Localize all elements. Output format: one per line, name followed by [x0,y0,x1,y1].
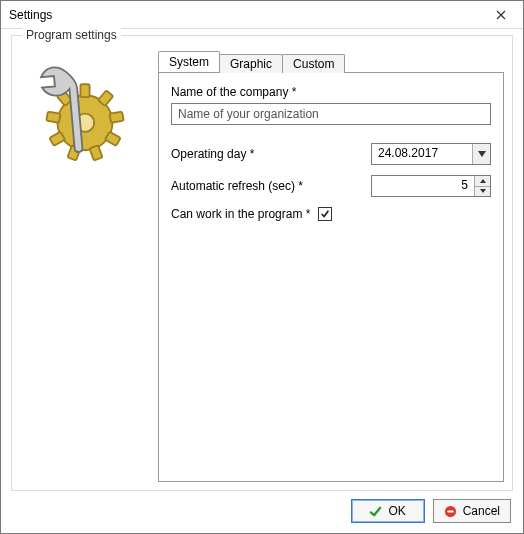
titlebar: Settings [1,1,523,29]
svg-rect-4 [105,132,121,146]
cancel-button[interactable]: Cancel [433,499,511,523]
spinner-up-button[interactable] [475,176,490,186]
tab-system-label: System [169,55,209,69]
tab-custom-label: Custom [293,57,334,71]
tabstrip: System Graphic Custom [158,50,504,72]
can-work-label: Can work in the program * [171,207,310,221]
tab-system[interactable]: System [158,51,220,72]
operating-day-label: Operating day * [171,147,363,161]
operating-day-row: Operating day * 24.08.2017 [171,143,491,165]
auto-refresh-label: Automatic refresh (sec) * [171,179,363,193]
window-body: Program settings [1,29,523,533]
groupbox-title: Program settings [22,28,121,42]
tab-graphic[interactable]: Graphic [219,54,283,73]
can-work-row: Can work in the program * [171,207,491,221]
can-work-checkbox[interactable] [318,207,332,221]
svg-rect-7 [49,132,65,146]
ok-button-label: OK [388,504,405,518]
cancel-icon [444,505,457,518]
ok-button[interactable]: OK [351,499,425,523]
operating-day-value: 24.08.2017 [372,144,472,164]
svg-rect-5 [89,145,102,160]
check-ok-icon [369,505,382,518]
svg-rect-1 [80,84,89,97]
auto-refresh-value: 5 [372,176,474,196]
chevron-down-icon [478,151,486,157]
close-icon [496,10,506,20]
spinner-arrows [474,176,490,196]
company-input[interactable] [171,103,491,125]
operating-day-dropdown-button[interactable] [472,144,490,164]
spinner-down-button[interactable] [475,186,490,197]
svg-rect-12 [447,510,454,512]
button-bar: OK Cancel [11,491,513,525]
program-settings-group: Program settings [11,35,513,491]
check-icon [320,209,330,219]
tab-graphic-label: Graphic [230,57,272,71]
auto-refresh-input[interactable]: 5 [371,175,491,197]
tabs-column: System Graphic Custom Name of the compan… [158,50,504,482]
company-label: Name of the company * [171,85,491,99]
auto-refresh-row: Automatic refresh (sec) * 5 [171,175,491,197]
company-row: Name of the company * [171,85,491,125]
tab-content: Name of the company * Operating day * 24… [158,72,504,482]
settings-window: Settings Program settings [0,0,524,534]
settings-icon-column [20,50,150,482]
svg-rect-8 [46,112,60,123]
triangle-up-icon [480,179,486,183]
cancel-button-label: Cancel [463,504,500,518]
window-close-button[interactable] [481,2,521,28]
window-title: Settings [9,8,52,22]
gear-wrench-icon [30,54,140,164]
upper-area: System Graphic Custom Name of the compan… [20,50,504,482]
triangle-down-icon [480,189,486,193]
operating-day-input[interactable]: 24.08.2017 [371,143,491,165]
svg-rect-3 [109,112,123,123]
tab-custom[interactable]: Custom [282,54,345,73]
